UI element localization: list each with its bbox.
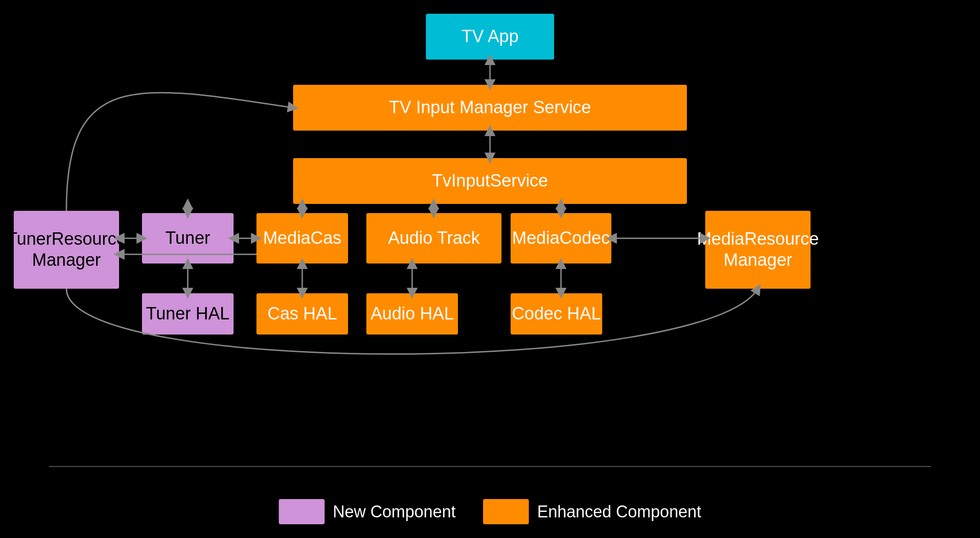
tuner-hal-box: Tuner HAL (142, 293, 234, 335)
tv-app-label: TV App (462, 26, 519, 47)
media-resource-manager-label: MediaResource Manager (697, 229, 819, 270)
legend-new-component: New Component (279, 499, 456, 524)
media-cas-label: MediaCas (263, 228, 341, 249)
audio-track-label: Audio Track (388, 228, 480, 249)
media-resource-manager-box: MediaResource Manager (705, 211, 811, 289)
tv-input-manager-box: TV Input Manager Service (293, 85, 687, 131)
tv-input-service-label: TvInputService (432, 170, 548, 192)
media-cas-box: MediaCas (256, 213, 348, 264)
codec-hal-box: Codec HAL (511, 293, 602, 335)
tv-input-service-box: TvInputService (293, 158, 687, 204)
tuner-label: Tuner (165, 228, 210, 249)
media-codec-label: MediaCodec (512, 228, 610, 249)
audio-track-box: Audio Track (366, 213, 501, 264)
cas-hal-label: Cas HAL (267, 303, 337, 324)
legend-new-component-label: New Component (333, 502, 456, 522)
tv-input-manager-label: TV Input Manager Service (389, 97, 591, 118)
tuner-hal-label: Tuner HAL (146, 303, 229, 324)
tuner-resource-manager-box: TunerResource Manager (14, 211, 119, 289)
audio-hal-box: Audio HAL (366, 293, 458, 335)
audio-hal-label: Audio HAL (370, 303, 454, 324)
diagram: TV App TV Input Manager Service TvInputS… (0, 0, 980, 538)
legend-enhanced-component: Enhanced Component (483, 499, 701, 524)
legend-enhanced-component-label: Enhanced Component (537, 502, 701, 522)
media-codec-box: MediaCodec (511, 213, 611, 264)
arrows-svg (0, 0, 980, 538)
legend-divider (49, 466, 931, 467)
legend: New Component Enhanced Component (279, 499, 701, 524)
tuner-resource-manager-label: TunerResource Manager (7, 229, 126, 270)
legend-new-component-box (279, 499, 325, 524)
cas-hal-box: Cas HAL (256, 293, 348, 335)
codec-hal-label: Codec HAL (512, 303, 601, 324)
tv-app-box: TV App (426, 14, 554, 60)
legend-enhanced-component-box (483, 499, 529, 524)
tuner-box: Tuner (142, 213, 234, 264)
